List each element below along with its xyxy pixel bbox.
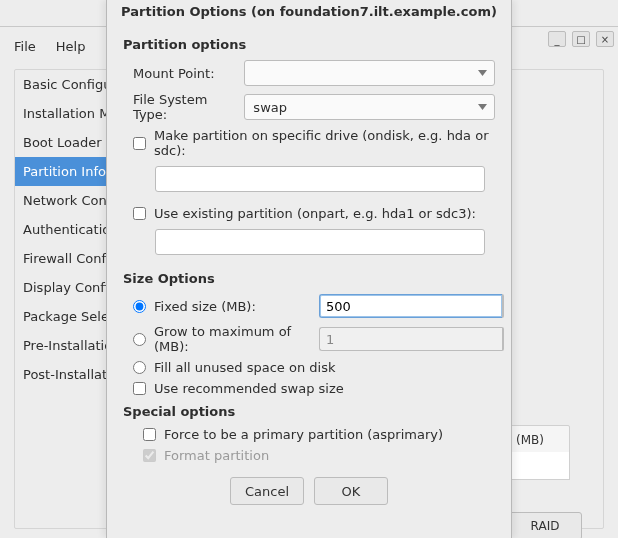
section-special-options: Special options: [123, 404, 495, 419]
fs-type-combo[interactable]: swap: [244, 94, 495, 120]
make-partition-input[interactable]: [155, 166, 485, 192]
dialog-title: Partition Options (on foundation7.ilt.ex…: [107, 0, 511, 29]
use-recommended-checkbox[interactable]: [133, 382, 146, 395]
chevron-down-icon: [476, 70, 488, 76]
menu-help[interactable]: Help: [46, 35, 96, 58]
use-existing-label: Use existing partition (onpart, e.g. hda…: [154, 206, 476, 221]
grow-max-radio[interactable]: [133, 333, 146, 346]
menu-file[interactable]: File: [4, 35, 46, 58]
maximize-button[interactable]: □: [572, 31, 590, 47]
grow-max-input[interactable]: [319, 327, 502, 351]
partition-options-dialog: Partition Options (on foundation7.ilt.ex…: [106, 0, 512, 538]
fs-type-label: File System Type:: [133, 92, 244, 122]
make-partition-checkbox[interactable]: [133, 137, 146, 150]
fill-unused-label: Fill all unused space on disk: [154, 360, 335, 375]
minimize-button[interactable]: _: [548, 31, 566, 47]
close-button[interactable]: ×: [596, 31, 614, 47]
fixed-size-input[interactable]: [319, 294, 502, 318]
fixed-size-spinner[interactable]: [319, 294, 495, 318]
fixed-size-label: Fixed size (MB):: [154, 299, 311, 314]
format-partition-checkbox: [143, 449, 156, 462]
ok-button[interactable]: OK: [314, 477, 388, 505]
cancel-button[interactable]: Cancel: [230, 477, 304, 505]
chevron-down-icon: [476, 104, 488, 110]
raid-button[interactable]: RAID: [508, 512, 582, 538]
force-primary-checkbox[interactable]: [143, 428, 156, 441]
use-existing-checkbox[interactable]: [133, 207, 146, 220]
make-partition-label: Make partition on specific drive (ondisk…: [154, 128, 495, 158]
format-partition-label: Format partition: [164, 448, 269, 463]
use-recommended-label: Use recommended swap size: [154, 381, 344, 396]
mount-point-label: Mount Point:: [133, 66, 244, 81]
force-primary-label: Force to be a primary partition (asprima…: [164, 427, 443, 442]
section-partition-options: Partition options: [123, 37, 495, 52]
grow-max-label: Grow to maximum of (MB):: [154, 324, 311, 354]
fill-unused-radio[interactable]: [133, 361, 146, 374]
fs-type-value: swap: [253, 100, 287, 115]
fixed-size-radio[interactable]: [133, 300, 146, 313]
use-existing-input[interactable]: [155, 229, 485, 255]
grow-max-spinner[interactable]: [319, 327, 495, 351]
section-size-options: Size Options: [123, 271, 495, 286]
mount-point-combo[interactable]: [244, 60, 495, 86]
